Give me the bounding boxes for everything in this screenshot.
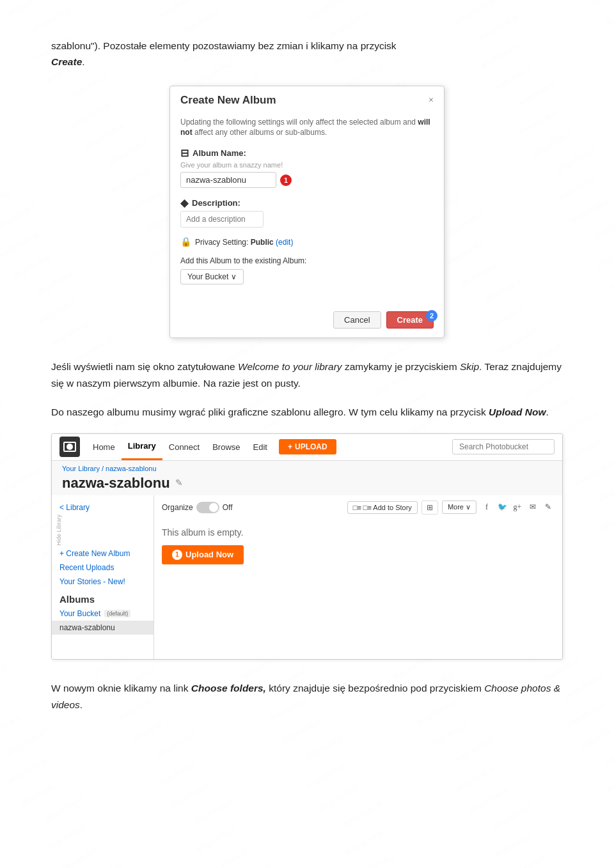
pb-album-title-bar: nazwa-szablonu ✎ bbox=[52, 474, 562, 495]
nav-connect[interactable]: Connect bbox=[162, 433, 206, 460]
description-input[interactable] bbox=[180, 211, 264, 228]
dialog-title: Create New Album bbox=[180, 94, 276, 107]
pb-navbar: Home Library Connect Browse Edit + UPLOA… bbox=[52, 434, 562, 461]
nav-edit[interactable]: Edit bbox=[247, 433, 274, 460]
dialog-container: Create New Album × Updating the followin… bbox=[51, 86, 563, 339]
nav-home[interactable]: Home bbox=[86, 433, 122, 460]
intro-text-before: szablonu"). Pozostałe elementy pozostawi… bbox=[51, 40, 397, 51]
album-icon: ⊟ bbox=[180, 147, 189, 159]
email-icon[interactable]: ✉ bbox=[526, 501, 539, 514]
sidebar-recent-uploads[interactable]: Recent Uploads bbox=[52, 561, 154, 575]
privacy-text: Privacy Setting: Public (edit) bbox=[195, 238, 293, 247]
album-name-hint: Give your album a snazzy name! bbox=[180, 161, 434, 169]
privacy-edit-link[interactable]: (edit) bbox=[276, 238, 293, 247]
pb-content-area: Organize Off □≡ □≡ Add to Story ⊞ More ∨ bbox=[154, 495, 562, 660]
nav-browse[interactable]: Browse bbox=[206, 433, 246, 460]
album-dropdown[interactable]: Your Bucket ∨ bbox=[180, 269, 244, 284]
plus-icon: + bbox=[288, 442, 292, 451]
desc-icon: ◆ bbox=[180, 197, 188, 209]
pb-album-edit-icon[interactable]: ✎ bbox=[175, 477, 183, 488]
album-name-input-row: 1 bbox=[180, 172, 434, 188]
organize-toggle[interactable] bbox=[196, 502, 219, 513]
album-name-section: ⊟ Album Name: Give your album a snazzy n… bbox=[180, 147, 434, 188]
badge-2: 2 bbox=[426, 310, 437, 322]
breadcrumb-link[interactable]: Your Library / nazwa-szablonu bbox=[62, 465, 157, 472]
sidebar-albums-title: Albums bbox=[52, 589, 154, 607]
logo-inner bbox=[63, 442, 76, 452]
album-name-input[interactable] bbox=[180, 172, 276, 188]
empty-album-message: This album is empty. bbox=[162, 527, 555, 538]
lock-icon: 🔒 bbox=[180, 236, 191, 247]
cancel-button[interactable]: Cancel bbox=[333, 311, 381, 329]
nav-library[interactable]: Library bbox=[122, 433, 162, 460]
sidebar-default-badge: (default) bbox=[104, 610, 130, 617]
intro-dot: . bbox=[82, 56, 84, 67]
sidebar-your-bucket[interactable]: Your Bucket (default) bbox=[52, 607, 154, 621]
social-icons-row: f 🐦 g+ ✉ ✎ bbox=[480, 501, 555, 514]
chevron-down-icon: ∨ bbox=[231, 272, 237, 281]
add-to-story-button[interactable]: □≡ □≡ Add to Story bbox=[347, 501, 418, 514]
pb-toolbar: Organize Off □≡ □≡ Add to Story ⊞ More ∨ bbox=[162, 500, 555, 515]
mid-paragraph-1: Jeśli wyświetli nam się okno zatytułowan… bbox=[51, 359, 563, 391]
pb-breadcrumb: Your Library / nazwa-szablonu bbox=[52, 461, 562, 474]
edit-toolbar-icon[interactable]: ✎ bbox=[542, 501, 555, 514]
bottom-paragraph: W nowym oknie klikamy na link Choose fol… bbox=[51, 680, 563, 713]
privacy-row: 🔒 Privacy Setting: Public (edit) bbox=[180, 236, 434, 247]
nav-search-input[interactable] bbox=[452, 439, 555, 454]
intro-italic-create: Create bbox=[51, 56, 82, 67]
pb-logo bbox=[59, 437, 80, 457]
upload-now-button[interactable]: 1 Upload Now bbox=[162, 545, 244, 564]
dialog-description: Updating the following settings will onl… bbox=[180, 117, 434, 139]
add-album-section: Add this Album to the existing Album: Yo… bbox=[180, 256, 434, 284]
sidebar-item-library[interactable]: < Library bbox=[52, 500, 154, 515]
sidebar-your-stories[interactable]: Your Stories - New! bbox=[52, 575, 154, 589]
add-story-icon: □≡ bbox=[353, 504, 361, 511]
dialog-body: Updating the following settings will onl… bbox=[170, 112, 444, 306]
dialog-close-button[interactable]: × bbox=[429, 95, 434, 105]
mid-paragraph-2: Do naszego albumu musimy wgrać pliki gra… bbox=[51, 404, 563, 421]
photobucket-screenshot: Home Library Connect Browse Edit + UPLOA… bbox=[51, 433, 563, 660]
logo-circle bbox=[67, 444, 73, 450]
pb-sidebar: < Library Hide Library + Create New Albu… bbox=[52, 495, 154, 660]
create-album-dialog: Create New Album × Updating the followin… bbox=[169, 86, 445, 339]
pb-main-area: < Library Hide Library + Create New Albu… bbox=[52, 495, 562, 660]
facebook-icon[interactable]: f bbox=[480, 501, 493, 514]
image-toolbar-btn[interactable]: ⊞ bbox=[421, 500, 438, 515]
organize-button[interactable]: Organize Off bbox=[162, 502, 233, 513]
nav-upload-button[interactable]: + UPLOAD bbox=[279, 439, 336, 454]
upload-badge: 1 bbox=[172, 550, 182, 560]
album-name-label: ⊟ Album Name: bbox=[180, 147, 434, 159]
twitter-icon[interactable]: 🐦 bbox=[496, 501, 508, 514]
sidebar-create-album[interactable]: + Create New Album bbox=[52, 546, 154, 561]
intro-paragraph: szablonu"). Pozostałe elementy pozostawi… bbox=[51, 38, 563, 70]
badge-1: 1 bbox=[280, 174, 292, 186]
sidebar-album-selected[interactable]: nazwa-szablonu bbox=[52, 621, 154, 635]
dialog-footer: Cancel Create 2 bbox=[170, 305, 444, 337]
more-button[interactable]: More ∨ bbox=[442, 500, 476, 514]
description-label: ◆ Description: bbox=[180, 197, 434, 209]
google-icon[interactable]: g+ bbox=[511, 501, 524, 514]
pb-album-title: nazwa-szablonu bbox=[62, 475, 170, 492]
description-section: ◆ Description: bbox=[180, 197, 434, 228]
hide-library-label: Hide Library bbox=[52, 515, 154, 547]
add-album-label: Add this Album to the existing Album: bbox=[180, 256, 434, 265]
dialog-header: Create New Album × bbox=[170, 86, 444, 112]
